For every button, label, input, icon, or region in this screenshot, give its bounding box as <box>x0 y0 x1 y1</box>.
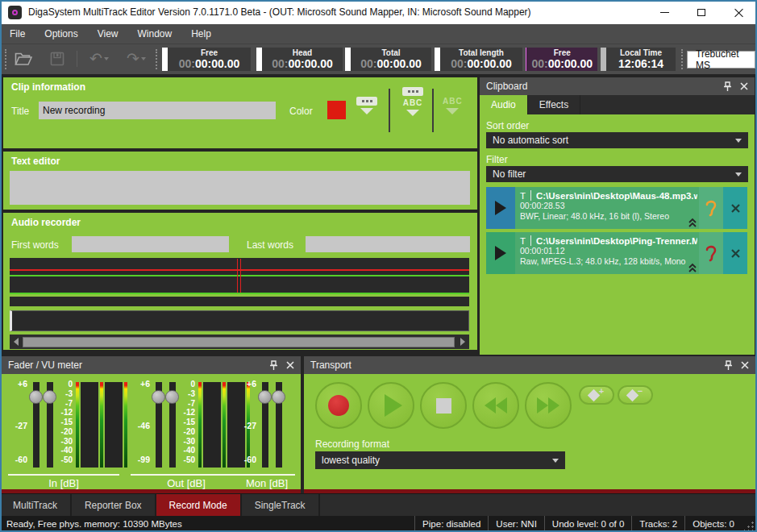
display-value: 00:00:00.00 <box>531 58 593 70</box>
open-button[interactable] <box>13 48 34 69</box>
toolbar-grip[interactable] <box>5 49 7 69</box>
prelisten-button[interactable] <box>699 232 723 274</box>
time-display-total-length: Total length 00:00:00.00 <box>435 48 522 71</box>
palette-strip-icon <box>356 97 377 106</box>
sort-order-select[interactable]: No automatic sort <box>486 132 748 148</box>
sort-order-label: Sort order <box>486 120 529 131</box>
scroll-left-button[interactable] <box>10 335 23 349</box>
fader-mark: -99 <box>129 455 150 464</box>
close-icon[interactable] <box>286 361 294 369</box>
collapse-chevrons-icon[interactable] <box>688 218 697 227</box>
play-button[interactable] <box>486 232 515 274</box>
resize-grip[interactable] <box>743 520 755 531</box>
prelisten-button[interactable] <box>699 187 723 229</box>
text-style-button[interactable]: ABC <box>402 87 423 116</box>
playback-cursor[interactable] <box>237 259 241 293</box>
entry-body[interactable]: T C:\Users\nin\Desktop\Ping-Trenner.MP3 … <box>515 232 699 274</box>
status-message: Ready, Free phys. memory: 10390 MBytes <box>0 519 182 529</box>
last-words-input[interactable] <box>306 236 470 252</box>
group-label: In [dB] <box>6 477 121 489</box>
entry-format: Raw, MPEG-L.3; 48.0 kHz, 128 kbit/s, Mon… <box>520 256 697 267</box>
play-button[interactable] <box>368 382 414 429</box>
pin-icon[interactable] <box>269 360 278 371</box>
track-separator <box>10 293 469 294</box>
chevron-down-icon <box>735 172 742 177</box>
transport-panel: Transport + − Recording format lowest qu… <box>304 356 755 493</box>
play-button[interactable] <box>486 187 515 229</box>
tab-effects[interactable]: Effects <box>528 95 580 114</box>
rewind-button[interactable] <box>472 382 519 429</box>
stop-button[interactable] <box>420 382 467 429</box>
fader-knob[interactable] <box>258 390 272 404</box>
fader-header: Fader / VU meter <box>2 356 301 374</box>
toolbar-grip-3[interactable] <box>681 49 684 69</box>
text-editor-area[interactable] <box>10 171 470 205</box>
scrollbar-thumb[interactable] <box>23 337 455 347</box>
menu-window[interactable]: Window <box>128 24 182 44</box>
remove-entry-button[interactable] <box>723 232 747 274</box>
fader-mark: +6 <box>235 379 256 389</box>
scroll-right-button[interactable] <box>456 335 469 349</box>
first-words-input[interactable] <box>72 236 229 252</box>
pin-icon[interactable] <box>723 81 732 92</box>
track-flag: T <box>520 191 526 201</box>
recording-format-select[interactable]: lowest quality <box>315 451 565 469</box>
pin-icon[interactable] <box>724 360 733 371</box>
menu-file[interactable]: File <box>0 24 35 44</box>
fader-knob[interactable] <box>152 390 165 404</box>
vu-scale: 0-3-7 -12-15-20 -30-40-50 <box>52 380 73 464</box>
undo-button[interactable]: ↶ <box>84 48 114 69</box>
group-underline <box>131 474 242 476</box>
close-icon[interactable] <box>741 361 749 369</box>
maximize-button[interactable] <box>683 0 720 24</box>
title-input[interactable] <box>39 102 276 119</box>
remove-entry-button[interactable] <box>723 187 747 229</box>
panel-title: Fader / VU meter <box>8 360 82 371</box>
add-marker-button[interactable]: + <box>579 385 614 405</box>
clipboard-tabs: Audio Effects <box>480 95 755 114</box>
menu-help[interactable]: Help <box>181 24 221 44</box>
redo-button[interactable]: ↷ <box>121 48 152 69</box>
menu-options[interactable]: Options <box>35 24 87 44</box>
toolbar-grip-2[interactable] <box>156 49 158 69</box>
panel-title: Transport <box>310 360 351 371</box>
tab-reporter-box[interactable]: Reporter Box <box>72 494 156 516</box>
minimize-button[interactable] <box>646 0 683 24</box>
abc-label: ABC <box>443 97 463 106</box>
recording-format-value: lowest quality <box>322 455 380 466</box>
remove-marker-button[interactable]: − <box>618 385 653 405</box>
fast-forward-button[interactable] <box>525 382 572 429</box>
clipboard-entry[interactable]: T C:\Users\nin\Desktop\Ping-Trenner.MP3 … <box>486 232 747 274</box>
redo-dropdown-icon <box>141 57 146 60</box>
fader-knob[interactable] <box>29 390 43 404</box>
spellcheck-button[interactable]: ABC <box>443 97 463 114</box>
tab-singletrack[interactable]: SingleTrack <box>242 494 320 516</box>
fader-knob[interactable] <box>272 390 285 404</box>
display-stripe <box>601 48 606 71</box>
font-selector[interactable]: Trebuchet MS <box>687 51 755 69</box>
close-icon <box>730 203 741 214</box>
menu-view[interactable]: View <box>88 24 128 44</box>
display-value: 12:06:14 <box>618 58 663 70</box>
color-picker-button[interactable] <box>356 97 377 114</box>
fader-mark: -46 <box>129 421 150 430</box>
panel-title: Clipboard <box>486 81 527 92</box>
tab-audio[interactable]: Audio <box>480 95 528 114</box>
filter-select[interactable]: No filter <box>486 166 748 182</box>
close-icon <box>730 248 741 259</box>
close-button[interactable] <box>720 0 757 24</box>
record-button[interactable] <box>315 382 362 429</box>
tab-multitrack[interactable]: MultiTrack <box>0 494 72 516</box>
save-icon <box>50 52 64 66</box>
fader-mark: -27 <box>235 421 256 430</box>
close-icon[interactable] <box>740 82 748 90</box>
collapse-chevrons-icon[interactable] <box>688 263 697 272</box>
divider <box>530 235 531 246</box>
overview-box[interactable] <box>10 310 469 331</box>
save-button[interactable] <box>47 48 68 69</box>
entry-body[interactable]: T C:\Users\nin\Desktop\Maus-48.mp3.wav 0… <box>515 187 699 229</box>
color-swatch-button[interactable] <box>327 101 346 119</box>
clipboard-entry[interactable]: T C:\Users\nin\Desktop\Maus-48.mp3.wav 0… <box>486 187 747 229</box>
tab-record-mode[interactable]: Record Mode <box>156 494 242 516</box>
horizontal-scrollbar[interactable] <box>10 335 469 349</box>
